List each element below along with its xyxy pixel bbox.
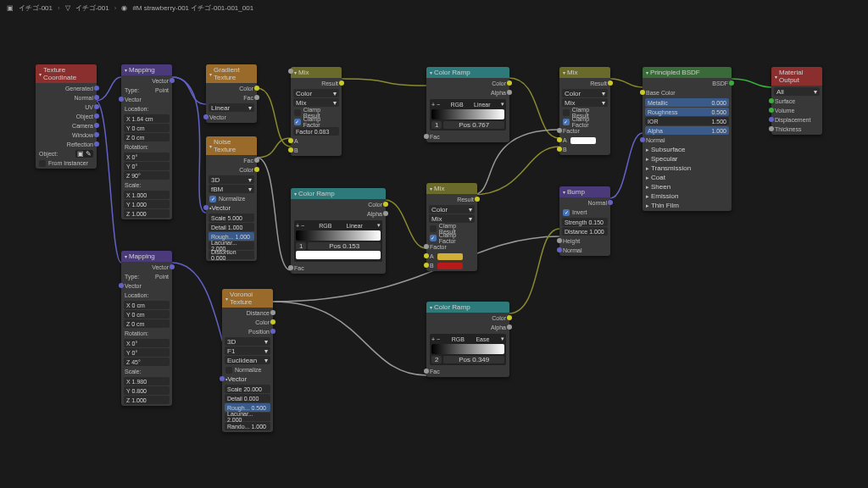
node-bump[interactable]: ▾Bump Normal ✓Invert Strength 0.150 Dist… <box>559 186 610 256</box>
socket[interactable] <box>119 97 124 102</box>
node-color-ramp-1[interactable]: ▾Color Ramp Color Alpha + −RGBLinear▾ 1P… <box>426 67 509 142</box>
node-gradient-texture[interactable]: ▾Gradient Texture Color Fac Linear▾ Vect… <box>206 64 257 123</box>
node-editor-canvas[interactable]: ▾Texture Coordinate Generated Normal UV … <box>0 16 868 488</box>
field-detail[interactable]: Detail 1.000 <box>209 223 254 231</box>
socket[interactable] <box>608 200 613 205</box>
socket[interactable] <box>94 104 99 109</box>
field-scale[interactable]: Scale 5.000 <box>209 214 254 222</box>
socket[interactable] <box>769 108 774 113</box>
socket[interactable] <box>424 134 429 139</box>
socket[interactable] <box>339 80 344 86</box>
node-mapping-1[interactable]: ▾Mapping Vector Type:Point Vector Locati… <box>121 64 172 219</box>
bc-node[interactable]: #M strawberry-001 イチゴ-001-001_001 <box>132 3 253 13</box>
node-mix-2[interactable]: ▾Mix Result Color▾ Mix▾ Clamp Result ✓Cl… <box>426 183 477 271</box>
field-rot-x[interactable]: X 0° <box>124 152 170 161</box>
socket[interactable] <box>270 319 275 324</box>
dropdown-type[interactable]: Point <box>155 87 169 93</box>
socket[interactable] <box>475 197 480 202</box>
socket[interactable] <box>507 90 512 95</box>
socket[interactable] <box>557 238 562 243</box>
node-header[interactable]: ▾Color Ramp <box>291 188 386 199</box>
breadcrumb[interactable]: ▣ イチゴ-001 › ▽ イチゴ-001 › ◉ #M strawberry-… <box>0 0 868 16</box>
socket[interactable] <box>94 123 99 128</box>
socket[interactable] <box>769 126 774 131</box>
node-header[interactable]: ▾Texture Coordinate <box>36 64 97 83</box>
field-scl-z[interactable]: Z 1.000 <box>124 209 170 218</box>
node-header[interactable]: ▾Mix <box>559 67 610 78</box>
color-b[interactable] <box>437 263 463 269</box>
node-header[interactable]: ▾Mix <box>426 183 477 194</box>
ramp-gradient[interactable] <box>296 230 381 241</box>
node-header[interactable]: ▾Voronoi Texture <box>222 289 273 308</box>
node-header[interactable]: ▾Color Ramp <box>426 67 509 78</box>
socket[interactable] <box>383 211 388 216</box>
node-header[interactable]: ▾Mapping <box>121 64 172 75</box>
node-header[interactable]: ▾Noise Texture <box>206 136 257 155</box>
socket[interactable] <box>94 114 99 119</box>
dropdown-gradient-type[interactable]: Linear▾ <box>209 103 254 112</box>
socket[interactable] <box>769 98 774 103</box>
node-header[interactable]: ▾Bump <box>559 186 610 197</box>
field-loc-z[interactable]: Z 0 cm <box>124 133 170 141</box>
socket[interactable] <box>557 247 562 252</box>
ramp-gradient[interactable] <box>431 109 504 119</box>
socket[interactable] <box>203 114 209 119</box>
node-header[interactable]: ▾Mapping <box>121 251 172 262</box>
socket[interactable] <box>254 167 259 172</box>
socket[interactable] <box>608 80 613 86</box>
socket[interactable] <box>424 263 429 268</box>
node-mix-3[interactable]: ▾Mix Result Color▾ Mix▾ Clamp Result ✓Cl… <box>559 67 610 155</box>
node-mapping-2[interactable]: ▾Mapping Vector Type:Point Vector Locati… <box>121 251 172 406</box>
node-color-ramp-3[interactable]: ▾Color Ramp Color Alpha + −RGBEase▾ 2Pos… <box>426 302 509 377</box>
socket[interactable] <box>119 283 124 288</box>
socket[interactable] <box>640 90 645 95</box>
socket[interactable] <box>170 264 175 269</box>
socket[interactable] <box>383 202 388 207</box>
socket[interactable] <box>507 324 512 330</box>
socket[interactable] <box>254 158 259 163</box>
socket[interactable] <box>424 244 429 249</box>
socket[interactable] <box>94 95 99 100</box>
field-loc-x[interactable]: X 1.64 cm <box>124 114 170 123</box>
dropdown-fbm[interactable]: fBM▾ <box>209 185 254 193</box>
node-header[interactable]: ▾Material Output <box>771 67 822 86</box>
bc-obj[interactable]: イチゴ-001 <box>19 3 53 13</box>
ramp-menu-icon[interactable]: ▾ <box>377 222 381 229</box>
socket[interactable] <box>170 78 175 83</box>
node-color-ramp-2[interactable]: ▾Color Ramp Color Alpha + −RGBLinear▾ 1P… <box>291 188 386 274</box>
socket[interactable] <box>557 137 562 142</box>
bc-mat[interactable]: イチゴ-001 <box>75 3 109 13</box>
color-a[interactable] <box>570 137 596 144</box>
field-rot-y[interactable]: Y 0° <box>124 162 170 170</box>
checkbox-from-instancer[interactable] <box>39 160 46 167</box>
node-header[interactable]: ▾Color Ramp <box>426 302 509 313</box>
socket[interactable] <box>254 86 259 91</box>
ramp-gradient[interactable] <box>431 344 504 354</box>
socket[interactable] <box>424 253 429 258</box>
node-header[interactable]: ▾Principled BSDF <box>643 67 732 78</box>
socket[interactable] <box>220 376 225 381</box>
socket[interactable] <box>94 141 99 147</box>
field-distortion[interactable]: Distortion 0.000 <box>209 251 254 259</box>
socket[interactable] <box>288 69 293 74</box>
color-swatch[interactable] <box>296 251 381 259</box>
node-header[interactable]: ▾Mix <box>291 67 342 78</box>
socket[interactable] <box>254 95 259 100</box>
node-mix-1[interactable]: ▾Mix Result Color▾ Mix▾ Clamp Result ✓Cl… <box>291 67 342 156</box>
socket[interactable] <box>288 147 293 152</box>
node-voronoi-texture[interactable]: ▾Voronoi Texture Distance Color Position… <box>222 289 273 432</box>
socket[interactable] <box>640 137 645 142</box>
node-texture-coordinate[interactable]: ▾Texture Coordinate Generated Normal UV … <box>36 64 97 169</box>
socket[interactable] <box>557 128 562 133</box>
dropdown-type[interactable]: Point <box>155 274 169 280</box>
field-scl-y[interactable]: Y 1.000 <box>124 200 170 208</box>
socket[interactable] <box>288 265 293 270</box>
socket[interactable] <box>424 369 429 374</box>
socket[interactable] <box>94 132 99 137</box>
socket[interactable] <box>288 138 293 143</box>
node-material-output[interactable]: ▾Material Output All▾ Surface Volume Dis… <box>771 67 822 135</box>
socket[interactable] <box>94 86 99 91</box>
color-a[interactable] <box>437 253 463 260</box>
dropdown-dim[interactable]: 3D▾ <box>209 175 254 184</box>
socket[interactable] <box>507 315 512 320</box>
